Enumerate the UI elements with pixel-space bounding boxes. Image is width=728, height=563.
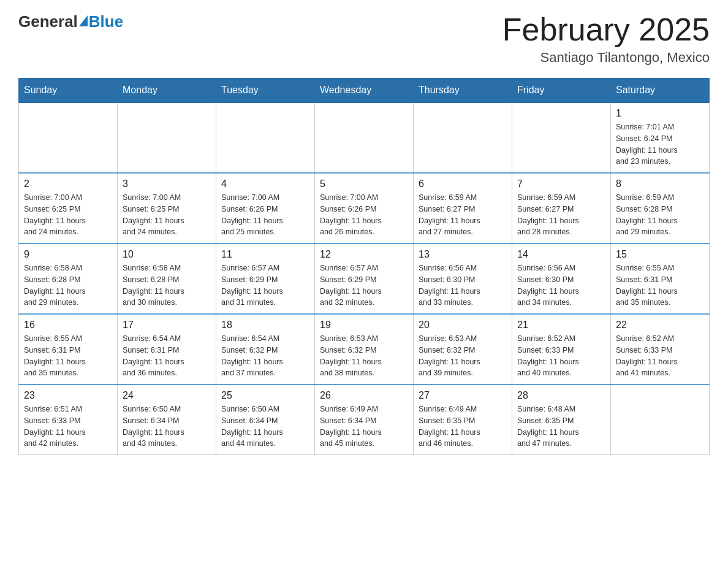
table-row: 12Sunrise: 6:57 AM Sunset: 6:29 PM Dayli… [315,243,414,314]
day-number: 1 [616,108,704,119]
col-friday: Friday [512,79,611,103]
table-row [414,102,512,173]
logo-triangle-icon [79,15,88,26]
day-info: Sunrise: 6:48 AM Sunset: 6:35 PM Dayligh… [517,404,605,450]
logo: General Blue [18,12,123,31]
day-info: Sunrise: 6:53 AM Sunset: 6:32 PM Dayligh… [320,333,408,379]
table-row: 17Sunrise: 6:54 AM Sunset: 6:31 PM Dayli… [118,314,216,385]
table-row [19,102,118,173]
day-number: 10 [123,249,211,260]
calendar-week-row: 1Sunrise: 7:01 AM Sunset: 6:24 PM Daylig… [19,102,710,173]
page-header: General Blue February 2025 Santiago Tila… [18,12,710,66]
day-info: Sunrise: 6:57 AM Sunset: 6:29 PM Dayligh… [320,262,408,308]
day-number: 17 [123,320,211,331]
table-row: 3Sunrise: 7:00 AM Sunset: 6:25 PM Daylig… [118,173,216,243]
table-row: 8Sunrise: 6:59 AM Sunset: 6:28 PM Daylig… [611,173,710,243]
calendar-week-row: 9Sunrise: 6:58 AM Sunset: 6:28 PM Daylig… [19,243,710,314]
day-info: Sunrise: 6:49 AM Sunset: 6:35 PM Dayligh… [419,404,507,450]
day-info: Sunrise: 6:56 AM Sunset: 6:30 PM Dayligh… [517,262,605,308]
calendar-week-row: 2Sunrise: 7:00 AM Sunset: 6:25 PM Daylig… [19,173,710,243]
day-info: Sunrise: 7:00 AM Sunset: 6:25 PM Dayligh… [123,192,211,238]
day-number: 11 [221,249,309,260]
day-info: Sunrise: 6:58 AM Sunset: 6:28 PM Dayligh… [24,262,112,308]
location-subtitle: Santiago Tilantongo, Mexico [502,50,710,66]
table-row: 22Sunrise: 6:52 AM Sunset: 6:33 PM Dayli… [611,314,710,385]
col-tuesday: Tuesday [216,79,315,103]
day-info: Sunrise: 6:55 AM Sunset: 6:31 PM Dayligh… [24,333,112,379]
day-number: 18 [221,320,309,331]
table-row [512,102,611,173]
day-info: Sunrise: 7:00 AM Sunset: 6:26 PM Dayligh… [320,192,408,238]
day-info: Sunrise: 6:55 AM Sunset: 6:31 PM Dayligh… [616,262,704,308]
day-info: Sunrise: 7:00 AM Sunset: 6:26 PM Dayligh… [221,192,309,238]
table-row: 6Sunrise: 6:59 AM Sunset: 6:27 PM Daylig… [414,173,512,243]
day-info: Sunrise: 7:01 AM Sunset: 6:24 PM Dayligh… [616,121,704,167]
day-number: 5 [320,178,408,190]
day-number: 28 [517,390,605,401]
table-row: 26Sunrise: 6:49 AM Sunset: 6:34 PM Dayli… [315,385,414,455]
day-number: 15 [616,249,704,260]
day-info: Sunrise: 6:52 AM Sunset: 6:33 PM Dayligh… [616,333,704,379]
table-row: 11Sunrise: 6:57 AM Sunset: 6:29 PM Dayli… [216,243,315,314]
day-info: Sunrise: 6:51 AM Sunset: 6:33 PM Dayligh… [24,404,112,450]
day-number: 3 [123,178,211,190]
table-row: 10Sunrise: 6:58 AM Sunset: 6:28 PM Dayli… [118,243,216,314]
day-info: Sunrise: 7:00 AM Sunset: 6:25 PM Dayligh… [24,192,112,238]
table-row: 2Sunrise: 7:00 AM Sunset: 6:25 PM Daylig… [19,173,118,243]
table-row [216,102,315,173]
logo-general-text: General [18,12,78,31]
table-row: 5Sunrise: 7:00 AM Sunset: 6:26 PM Daylig… [315,173,414,243]
day-info: Sunrise: 6:50 AM Sunset: 6:34 PM Dayligh… [123,404,211,450]
day-info: Sunrise: 6:49 AM Sunset: 6:34 PM Dayligh… [320,404,408,450]
table-row: 25Sunrise: 6:50 AM Sunset: 6:34 PM Dayli… [216,385,315,455]
calendar-week-row: 16Sunrise: 6:55 AM Sunset: 6:31 PM Dayli… [19,314,710,385]
table-row: 4Sunrise: 7:00 AM Sunset: 6:26 PM Daylig… [216,173,315,243]
day-number: 23 [24,390,112,401]
table-row: 24Sunrise: 6:50 AM Sunset: 6:34 PM Dayli… [118,385,216,455]
table-row [118,102,216,173]
day-info: Sunrise: 6:58 AM Sunset: 6:28 PM Dayligh… [123,262,211,308]
calendar-table: Sunday Monday Tuesday Wednesday Thursday… [18,78,710,455]
day-number: 13 [419,249,507,260]
day-info: Sunrise: 6:56 AM Sunset: 6:30 PM Dayligh… [419,262,507,308]
table-row: 20Sunrise: 6:53 AM Sunset: 6:32 PM Dayli… [414,314,512,385]
table-row: 28Sunrise: 6:48 AM Sunset: 6:35 PM Dayli… [512,385,611,455]
day-number: 7 [517,178,605,190]
day-info: Sunrise: 6:59 AM Sunset: 6:27 PM Dayligh… [517,192,605,238]
day-info: Sunrise: 6:54 AM Sunset: 6:32 PM Dayligh… [221,333,309,379]
day-info: Sunrise: 6:50 AM Sunset: 6:34 PM Dayligh… [221,404,309,450]
day-number: 24 [123,390,211,401]
month-title: February 2025 [502,12,710,47]
table-row: 27Sunrise: 6:49 AM Sunset: 6:35 PM Dayli… [414,385,512,455]
day-number: 14 [517,249,605,260]
table-row: 13Sunrise: 6:56 AM Sunset: 6:30 PM Dayli… [414,243,512,314]
day-number: 2 [24,178,112,190]
title-section: February 2025 Santiago Tilantongo, Mexic… [502,12,710,66]
day-number: 22 [616,320,704,331]
table-row: 9Sunrise: 6:58 AM Sunset: 6:28 PM Daylig… [19,243,118,314]
table-row: 14Sunrise: 6:56 AM Sunset: 6:30 PM Dayli… [512,243,611,314]
day-number: 27 [419,390,507,401]
day-number: 12 [320,249,408,260]
table-row: 18Sunrise: 6:54 AM Sunset: 6:32 PM Dayli… [216,314,315,385]
day-number: 19 [320,320,408,331]
logo-blue-part: Blue [78,12,123,31]
calendar-header-row: Sunday Monday Tuesday Wednesday Thursday… [19,79,710,103]
day-number: 21 [517,320,605,331]
col-thursday: Thursday [414,79,512,103]
col-monday: Monday [118,79,216,103]
table-row: 16Sunrise: 6:55 AM Sunset: 6:31 PM Dayli… [19,314,118,385]
day-info: Sunrise: 6:53 AM Sunset: 6:32 PM Dayligh… [419,333,507,379]
table-row: 23Sunrise: 6:51 AM Sunset: 6:33 PM Dayli… [19,385,118,455]
day-info: Sunrise: 6:54 AM Sunset: 6:31 PM Dayligh… [123,333,211,379]
col-wednesday: Wednesday [315,79,414,103]
day-number: 4 [221,178,309,190]
col-sunday: Sunday [19,79,118,103]
table-row [611,385,710,455]
day-number: 16 [24,320,112,331]
col-saturday: Saturday [611,79,710,103]
calendar-week-row: 23Sunrise: 6:51 AM Sunset: 6:33 PM Dayli… [19,385,710,455]
day-number: 8 [616,178,704,190]
table-row: 15Sunrise: 6:55 AM Sunset: 6:31 PM Dayli… [611,243,710,314]
table-row: 21Sunrise: 6:52 AM Sunset: 6:33 PM Dayli… [512,314,611,385]
